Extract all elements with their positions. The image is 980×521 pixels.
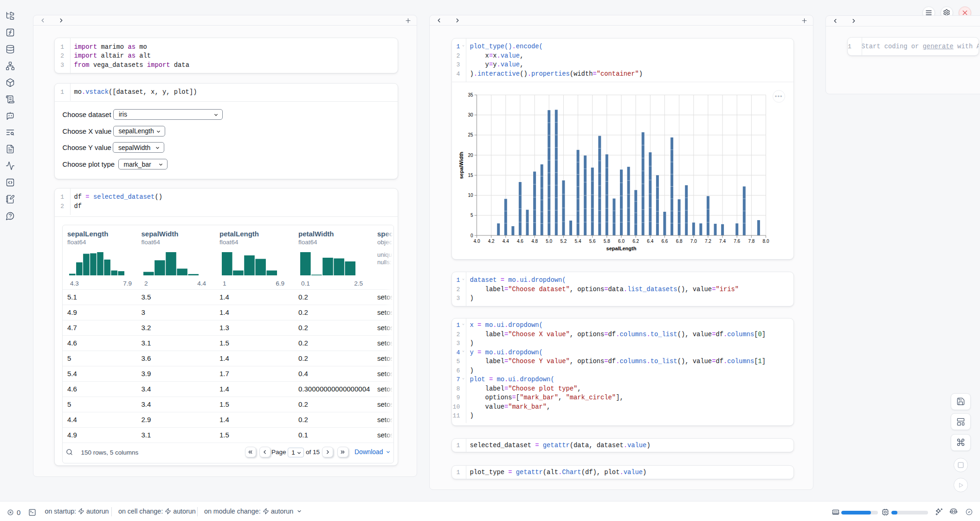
svg-text:5: 5 <box>471 213 473 218</box>
svg-text:30: 30 <box>468 112 473 117</box>
svg-text:7.2: 7.2 <box>705 239 711 244</box>
svg-text:6.2: 6.2 <box>632 239 639 244</box>
svg-text:6.8: 6.8 <box>676 239 682 244</box>
svg-text:5.0: 5.0 <box>546 239 552 244</box>
svg-text:8.0: 8.0 <box>762 239 769 244</box>
svg-text:5.6: 5.6 <box>589 239 595 244</box>
svg-text:6.0: 6.0 <box>618 239 625 244</box>
svg-text:35: 35 <box>468 92 473 98</box>
svg-text:4.0: 4.0 <box>473 239 480 244</box>
svg-text:7.8: 7.8 <box>748 239 754 244</box>
svg-text:5.4: 5.4 <box>574 239 581 244</box>
svg-text:4.8: 4.8 <box>531 239 538 244</box>
svg-text:sepalWidth: sepalWidth <box>458 151 464 179</box>
svg-text:6.6: 6.6 <box>661 239 668 244</box>
svg-text:7.4: 7.4 <box>719 239 726 244</box>
svg-text:0: 0 <box>471 233 473 238</box>
svg-text:7.6: 7.6 <box>734 239 740 244</box>
svg-text:sepalLength: sepalLength <box>606 246 636 251</box>
svg-text:10: 10 <box>468 193 473 198</box>
svg-text:15: 15 <box>468 173 473 178</box>
svg-text:4.6: 4.6 <box>517 239 523 244</box>
svg-text:5.8: 5.8 <box>604 239 610 244</box>
svg-text:20: 20 <box>468 153 473 158</box>
svg-text:25: 25 <box>468 132 473 137</box>
svg-text:4.2: 4.2 <box>488 239 494 244</box>
svg-text:4.4: 4.4 <box>503 239 509 244</box>
svg-text:5.2: 5.2 <box>560 239 567 244</box>
svg-text:6.4: 6.4 <box>647 239 653 244</box>
svg-text:7.0: 7.0 <box>690 239 697 244</box>
